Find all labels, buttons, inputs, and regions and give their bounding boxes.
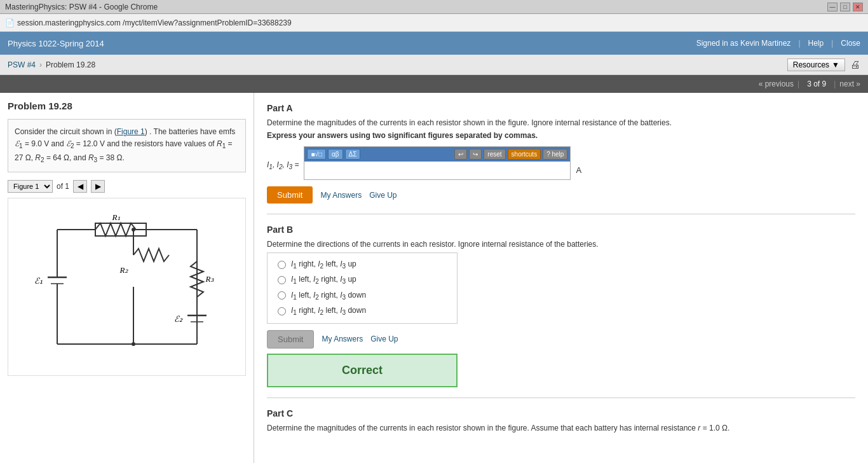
part-a-label: I1, I2, I3 = bbox=[267, 146, 299, 170]
r1-label: R₁ bbox=[111, 212, 120, 222]
minimize-button[interactable]: — bbox=[827, 3, 837, 11]
help-button[interactable]: ? help bbox=[543, 149, 567, 160]
close-link[interactable]: Close bbox=[841, 39, 860, 48]
option-3-radio[interactable] bbox=[278, 291, 286, 300]
junction-bottom bbox=[132, 342, 135, 346]
address-bar: 📄 session.masteringphysics.com /myct/ite… bbox=[0, 14, 868, 32]
close-button[interactable]: ✕ bbox=[853, 3, 863, 11]
option-1[interactable]: I1 right, I2 left, I3 up bbox=[278, 259, 447, 270]
signed-in-text: Signed in as Kevin Martinez bbox=[696, 39, 791, 48]
page-icon: 📄 bbox=[5, 18, 15, 27]
window-controls[interactable]: — □ ✕ bbox=[827, 3, 863, 11]
correct-banner: Correct bbox=[267, 354, 458, 387]
url-domain: session.masteringphysics.com bbox=[17, 18, 121, 27]
nav-separator: | bbox=[797, 79, 799, 88]
circuit-diagram: text { font-family: serif; font-size: 13… bbox=[8, 198, 246, 376]
maximize-button[interactable]: □ bbox=[840, 3, 850, 11]
part-a-submit-row: Submit My Answers Give Up bbox=[267, 186, 855, 204]
figure-next-button[interactable]: ▶ bbox=[91, 180, 105, 193]
option-4[interactable]: I1 right, I2 left, I3 down bbox=[278, 306, 447, 316]
part-a-my-answers-link[interactable]: My Answers bbox=[320, 191, 362, 200]
option-2-radio[interactable] bbox=[278, 276, 286, 284]
previous-link[interactable]: « previous bbox=[759, 79, 794, 88]
breadcrumb-problem: Problem 19.28 bbox=[46, 60, 95, 69]
sqrt-button[interactable]: ■√□ bbox=[307, 149, 326, 160]
option-4-label: I1 right, I2 left, I3 down bbox=[291, 306, 366, 316]
part-a-input-box: ■√□ αβ ΔΣ ↩ ↪ reset shortcuts ? help bbox=[304, 146, 571, 180]
reset-button[interactable]: reset bbox=[484, 149, 505, 160]
r2-label: R₂ bbox=[119, 265, 128, 275]
junction-top bbox=[132, 228, 135, 232]
nav-divider: | bbox=[798, 39, 800, 48]
resources-button[interactable]: Resources ▼ bbox=[787, 59, 845, 71]
option-3-label: I1 left, I2 right, I3 down bbox=[291, 291, 366, 301]
nav-separator-2: | bbox=[834, 79, 836, 88]
nav-divider-2: | bbox=[831, 39, 833, 48]
breadcrumb-right: Resources ▼ 🖨 bbox=[787, 59, 860, 71]
url-path: /myct/itemView?assignmentProblemID=33688… bbox=[123, 18, 292, 27]
print-button[interactable]: 🖨 bbox=[850, 59, 860, 71]
resources-label: Resources bbox=[793, 60, 829, 69]
next-link[interactable]: next » bbox=[839, 79, 860, 88]
address-url: session.masteringphysics.com /myct/itemV… bbox=[17, 18, 292, 27]
resources-arrow: ▼ bbox=[832, 60, 839, 69]
part-a-unit: A bbox=[576, 146, 581, 175]
breadcrumb-psw[interactable]: PSW #4 bbox=[8, 60, 36, 69]
part-b-submit-button: Submit bbox=[267, 330, 314, 349]
answer-input-wrapper: ■√□ αβ ΔΣ ↩ ↪ reset shortcuts ? help bbox=[304, 146, 571, 180]
breadcrumb-separator: › bbox=[39, 60, 42, 69]
shortcuts-button[interactable]: shortcuts bbox=[508, 149, 541, 160]
redo-button[interactable]: ↪ bbox=[469, 149, 482, 160]
undo-button[interactable]: ↩ bbox=[454, 149, 467, 160]
option-2[interactable]: I1 left, I2 right, I3 up bbox=[278, 275, 447, 285]
r3-label: R₃ bbox=[205, 274, 214, 284]
option-2-label: I1 left, I2 right, I3 up bbox=[291, 275, 356, 285]
part-a-give-up-link[interactable]: Give Up bbox=[369, 191, 397, 200]
figure-link[interactable]: Figure 1 bbox=[117, 127, 145, 136]
e2-label: ℰ₂ bbox=[173, 314, 182, 324]
part-b-options: I1 right, I2 left, I3 up I1 left, I2 rig… bbox=[267, 252, 458, 324]
figure-of-label: of 1 bbox=[57, 182, 69, 191]
option-1-label: I1 right, I2 left, I3 up bbox=[291, 259, 356, 270]
part-a-input[interactable] bbox=[304, 162, 570, 179]
separator-a-b bbox=[267, 214, 855, 214]
problem-title: Problem 19.28 bbox=[8, 100, 246, 111]
right-panel: Part A Determine the magnitudes of the c… bbox=[254, 93, 868, 463]
main-content: Problem 19.28 Consider the circuit shown… bbox=[0, 93, 868, 463]
part-c-question: Determine the magnitudes of the currents… bbox=[267, 424, 855, 432]
left-panel: Problem 19.28 Consider the circuit shown… bbox=[0, 93, 254, 463]
figure-selector: Figure 1 of 1 ◀ ▶ bbox=[8, 180, 246, 193]
part-a-title: Part A bbox=[267, 103, 855, 113]
option-3[interactable]: I1 left, I2 right, I3 down bbox=[278, 291, 447, 301]
option-1-radio[interactable] bbox=[278, 261, 286, 269]
part-b-submit-row: Submit My Answers Give Up bbox=[267, 330, 855, 349]
e1-label: ℰ₁ bbox=[34, 276, 42, 286]
part-b-question: Determine the directions of the currents… bbox=[267, 240, 855, 249]
course-title: Physics 1022-Spring 2014 bbox=[8, 39, 696, 48]
part-a-submit-button[interactable]: Submit bbox=[267, 186, 313, 204]
part-b-my-answers-link[interactable]: My Answers bbox=[322, 335, 363, 343]
part-b-give-up-link[interactable]: Give Up bbox=[370, 335, 398, 343]
title-bar: MasteringPhysics: PSW #4 - Google Chrome… bbox=[0, 0, 868, 14]
page-counter: 3 of 9 bbox=[807, 79, 826, 88]
top-navigation: Physics 1022-Spring 2014 Signed in as Ke… bbox=[0, 32, 868, 55]
help-link[interactable]: Help bbox=[808, 39, 824, 48]
breadcrumb-bar: PSW #4 › Problem 19.28 Resources ▼ 🖨 bbox=[0, 55, 868, 75]
part-a-answer-container: I1, I2, I3 = ■√□ αβ ΔΣ ↩ ↪ reset shortcu… bbox=[267, 146, 855, 180]
part-c-title: Part C bbox=[267, 408, 855, 418]
option-4-radio[interactable] bbox=[278, 307, 286, 315]
alpha-beta-button[interactable]: αβ bbox=[328, 149, 343, 160]
part-a-question: Determine the magnitudes of the currents… bbox=[267, 118, 855, 127]
part-b-title: Part B bbox=[267, 225, 855, 235]
answer-toolbar: ■√□ αβ ΔΣ ↩ ↪ reset shortcuts ? help bbox=[304, 147, 570, 162]
separator-b-c bbox=[267, 397, 855, 398]
figure-prev-button[interactable]: ◀ bbox=[73, 180, 87, 193]
part-a-express: Express your answers using two significa… bbox=[267, 131, 855, 140]
figure-select-dropdown[interactable]: Figure 1 bbox=[8, 180, 53, 193]
circuit-svg: text { font-family: serif; font-size: 13… bbox=[19, 204, 235, 370]
navigation-bar: « previous | 3 of 9 | next » bbox=[0, 75, 868, 93]
problem-description: Consider the circuit shown in (Figure 1)… bbox=[8, 119, 246, 172]
window-title: MasteringPhysics: PSW #4 - Google Chrome bbox=[5, 3, 827, 11]
delta-sigma-button[interactable]: ΔΣ bbox=[345, 149, 361, 160]
top-nav-right: Signed in as Kevin Martinez | Help | Clo… bbox=[696, 39, 860, 48]
